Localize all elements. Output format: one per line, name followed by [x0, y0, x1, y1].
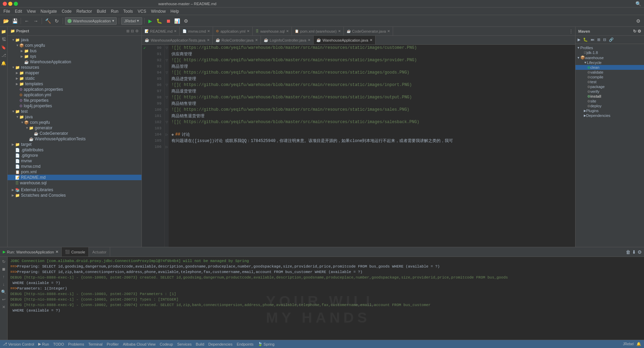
tab-close-icon-7[interactable]: ✕	[207, 38, 210, 42]
status-terminal[interactable]: Terminal	[88, 342, 103, 346]
tree-code-generator[interactable]: ☕ CodeGenerator	[8, 131, 141, 136]
maven-clean[interactable]: ⚙ clean	[576, 65, 644, 70]
collapse-icon[interactable]: ⊟	[131, 29, 134, 33]
toolbar-forward-button[interactable]: →	[32, 17, 40, 25]
tree-warehouse-tests[interactable]: ☕ WarehouseApplicationTests	[8, 136, 141, 142]
tree-pom[interactable]: 📋 pom.xml	[8, 169, 141, 175]
maven-install[interactable]: ⚙ install	[576, 94, 644, 99]
filter-icon[interactable]: 🔍	[0, 289, 7, 295]
maven-test[interactable]: ⚙ test	[576, 79, 644, 84]
toolbar-build-button[interactable]: 🔨	[44, 17, 52, 25]
wrap-icon[interactable]: ↩	[0, 296, 7, 303]
menu-window[interactable]: Window	[149, 8, 168, 14]
menu-edit[interactable]: Edit	[13, 8, 24, 14]
tab-close-icon-9[interactable]: ✕	[308, 38, 310, 42]
tree-warehouse-sql[interactable]: 🗄 warehouse.sql	[8, 180, 141, 186]
bookmarks-icon[interactable]: 🔖	[0, 44, 7, 51]
status-codeup[interactable]: Codeup	[160, 342, 173, 346]
maven-dependencies[interactable]: ▶ Dependencies	[576, 113, 644, 118]
notifications-icon[interactable]: 🔔	[0, 60, 7, 67]
tree-static[interactable]: ▶ 📁 static	[8, 76, 141, 81]
git-icon[interactable]: ⎇	[0, 52, 7, 59]
tab-loginfo-controller[interactable]: ☕ LoginfoController.java ✕	[261, 36, 314, 44]
jrebel-dropdown[interactable]: JRebel ▾	[121, 17, 142, 25]
tree-java-root[interactable]: ▼ 📁 java	[8, 37, 141, 43]
menu-navigate[interactable]: Navigate	[39, 8, 59, 14]
tree-log4j[interactable]: ⚙ log4j.properties	[8, 103, 141, 109]
fold-94[interactable]: ▽	[165, 69, 169, 76]
code-editor[interactable]: ![]( https://github.com/yeqifu/warehouse…	[169, 45, 575, 247]
tree-test-com-yeqifu[interactable]: ▼ 📦 com.yeqifu	[8, 120, 141, 125]
close-button[interactable]	[3, 2, 7, 6]
status-endpoints[interactable]: Endpoints	[237, 342, 254, 346]
tab-readme[interactable]: 📝 README.md ✕	[142, 27, 180, 35]
status-build[interactable]: Build	[196, 342, 204, 346]
maximize-button[interactable]	[14, 2, 18, 6]
expand-icon[interactable]: ⊞	[126, 29, 129, 33]
restart-icon[interactable]: ↻	[0, 258, 7, 265]
tab-close-icon-6[interactable]: ✕	[387, 29, 390, 33]
maven-toggle-icon[interactable]: ⊞	[596, 37, 601, 43]
toolbar-open-button[interactable]: 📂	[2, 17, 10, 25]
debug-button[interactable]: 🐛	[156, 17, 163, 25]
fold-106[interactable]: ▷	[165, 144, 169, 150]
menu-tools[interactable]: Tools	[121, 8, 135, 14]
maven-run-icon[interactable]: ▶	[577, 37, 581, 43]
project-icon-side[interactable]: 📁	[0, 28, 7, 35]
maven-settings-icon[interactable]: ⚙	[637, 29, 641, 34]
maven-refresh-icon[interactable]: ↻	[633, 29, 636, 34]
gear-icon[interactable]: ⚙	[637, 249, 642, 255]
settings-icon-panel[interactable]: ⚙	[135, 29, 139, 33]
fold-102[interactable]: ▽	[165, 119, 169, 125]
maven-debug-icon[interactable]: 🐛	[582, 37, 589, 43]
status-run[interactable]: ▶ Run	[38, 342, 49, 346]
tab-appyml[interactable]: ⚙ application.yml ✕	[213, 27, 253, 35]
tab-close-icon-8[interactable]: ✕	[255, 38, 258, 42]
menu-file[interactable]: File	[1, 8, 12, 14]
status-todo[interactable]: TODO	[53, 342, 64, 346]
tree-external-libs[interactable]: ▶ 📚 External Libraries	[8, 187, 141, 193]
tab-warehouse-tests[interactable]: ☕ WarehouseApplicationTests.java ✕	[142, 36, 213, 44]
toolbar-back-button[interactable]: ←	[23, 17, 31, 25]
tree-warehouse-app[interactable]: ☕ WarehouseApplication	[8, 59, 141, 65]
run-with-coverage[interactable]: 📊	[173, 17, 181, 25]
tab-actuator[interactable]: Actuator	[89, 247, 110, 257]
run-close-icon[interactable]: ✕	[55, 250, 59, 254]
menu-refactor[interactable]: Refactor	[74, 8, 94, 14]
stop-button[interactable]: ⏹	[165, 17, 172, 25]
project-dropdown[interactable]: WarehouseApplication ▾	[65, 17, 117, 25]
tree-resources[interactable]: ▼ 📁 resources	[8, 65, 141, 70]
tree-gitignore[interactable]: 📄 .gitignore	[8, 153, 141, 158]
maven-package[interactable]: ⚙ package	[576, 84, 644, 89]
tab-close-icon-5[interactable]: ✕	[338, 29, 341, 33]
tree-mvnw-cmd[interactable]: 📄 mvnw.cmd	[8, 164, 141, 169]
tab-close-icon-3[interactable]: ✕	[247, 29, 250, 33]
tab-role-controller[interactable]: ☕ RoleController.java ✕	[213, 36, 261, 44]
tree-app-yml[interactable]: ⚙ application.yml	[8, 92, 141, 98]
fold-96[interactable]: ▽	[165, 82, 169, 88]
maven-compile[interactable]: ⚙ compile	[576, 75, 644, 79]
tree-mvnw[interactable]: 📄 mvnw	[8, 158, 141, 164]
search-icon[interactable]: 🔍	[635, 1, 641, 7]
minimize-button[interactable]	[8, 2, 12, 6]
run-management[interactable]: ⚙	[182, 17, 190, 25]
tab-pom[interactable]: 📋 pom.xml (warehouse) ✕	[292, 27, 344, 35]
status-profiler[interactable]: Profiler	[107, 342, 119, 346]
fold-90[interactable]: ▽	[165, 45, 169, 51]
tree-file-properties[interactable]: ⚙ file.properties	[8, 98, 141, 103]
maven-profiles[interactable]: ▼ Profiles	[576, 45, 644, 50]
fold-100[interactable]: ▽	[165, 107, 169, 113]
maven-expand-icon[interactable]: ⊟	[602, 37, 607, 43]
maven-link-icon[interactable]: 🔗	[608, 37, 615, 43]
tree-templates[interactable]: ▶ 📁 templates	[8, 81, 141, 87]
tree-com-yeqifu[interactable]: ▼ 📦 com.yeqifu	[8, 43, 141, 48]
close-term-icon[interactable]: ✕	[0, 304, 7, 311]
status-alibaba[interactable]: Alibaba Cloud View	[123, 342, 156, 346]
status-problems[interactable]: Problems	[68, 342, 84, 346]
maven-validate[interactable]: ⚙ validate	[576, 70, 644, 75]
tree-test-java[interactable]: ▼ 📁 java	[8, 114, 141, 120]
tab-warehouse-app-java[interactable]: ☕ WarehouseApplication.java ✕	[314, 36, 376, 44]
notifications-status[interactable]: 🔔	[636, 342, 641, 346]
settings-icon[interactable]: ⚙	[634, 17, 642, 25]
scroll-down-icon[interactable]: ↓	[0, 281, 7, 288]
